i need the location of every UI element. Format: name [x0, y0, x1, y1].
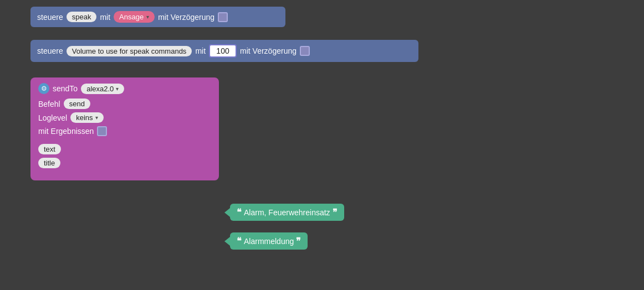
text-pill[interactable]: text [38, 144, 61, 154]
title-pill[interactable]: title [38, 158, 60, 168]
volume-value-input[interactable]: 100 [209, 44, 237, 58]
gear-symbol: ⚙ [41, 85, 47, 92]
mit-label-2: mit [195, 46, 206, 55]
mit-ergebnissen-label: mit Ergebnissen [38, 127, 94, 136]
ansage-label: Ansage [119, 13, 144, 21]
title-row: title [38, 158, 211, 168]
open-quote-text: ❝ [237, 207, 242, 218]
ansage-dropdown-arrow: ▾ [146, 14, 149, 20]
mit-ergebnissen-row: mit Ergebnissen [38, 126, 211, 136]
alexa-label: alexa2.0 [86, 85, 114, 93]
delay-checkbox-1[interactable] [218, 12, 228, 22]
steuere-label-1: steuere [37, 13, 63, 22]
gear-icon[interactable]: ⚙ [38, 83, 49, 94]
speak-pill[interactable]: speak [67, 12, 97, 22]
loglevel-row: Loglevel keins ▾ [38, 112, 211, 123]
keins-label: keins [76, 113, 93, 122]
loglevel-label: Loglevel [38, 113, 67, 122]
close-quote-text: ❞ [333, 207, 338, 218]
sendto-label: sendTo [53, 84, 78, 93]
mit-verzog-label-2: mit Verzögerung [240, 46, 297, 55]
block-steuere-volume: steuere Volume to use for speak commands… [30, 40, 418, 62]
befehl-row: Befehl send [38, 99, 211, 109]
keins-dropdown-arrow: ▾ [95, 115, 98, 121]
volume-pill[interactable]: Volume to use for speak commands [67, 46, 192, 56]
open-quote-title: ❝ [237, 236, 242, 246]
ansage-pill[interactable]: Ansage ▾ [114, 11, 155, 23]
title-value: Alarmmeldung [244, 237, 294, 246]
sendto-header: ⚙ sendTo alexa2.0 ▾ [38, 83, 211, 94]
block-steuere-speak: steuere speak mit Ansage ▾ mit Verzögeru… [30, 7, 285, 27]
string-block-text: ❝ Alarm, Feuerwehreinsatz ❞ [230, 204, 344, 221]
alexa-dropdown[interactable]: alexa2.0 ▾ [81, 84, 124, 94]
alexa-dropdown-arrow: ▾ [116, 86, 119, 92]
close-quote-title: ❞ [296, 236, 301, 246]
connector-title [224, 237, 230, 246]
canvas: steuere speak mit Ansage ▾ mit Verzögeru… [0, 0, 644, 290]
text-value: Alarm, Feuerwehreinsatz [244, 208, 330, 217]
text-row: text [38, 144, 211, 154]
keins-dropdown[interactable]: keins ▾ [70, 112, 103, 123]
delay-checkbox-2[interactable] [300, 46, 310, 56]
connector-text [224, 208, 230, 217]
block-sendto: ⚙ sendTo alexa2.0 ▾ Befehl send Loglevel… [30, 77, 219, 180]
string-block-title: ❝ Alarmmeldung ❞ [230, 232, 308, 250]
ergebnissen-checkbox[interactable] [97, 126, 107, 136]
send-pill[interactable]: send [64, 99, 90, 109]
steuere-label-2: steuere [37, 46, 63, 55]
mit-label-1: mit [100, 13, 110, 22]
mit-verzog-label-1: mit Verzögerung [158, 13, 214, 22]
befehl-label: Befehl [38, 100, 60, 108]
